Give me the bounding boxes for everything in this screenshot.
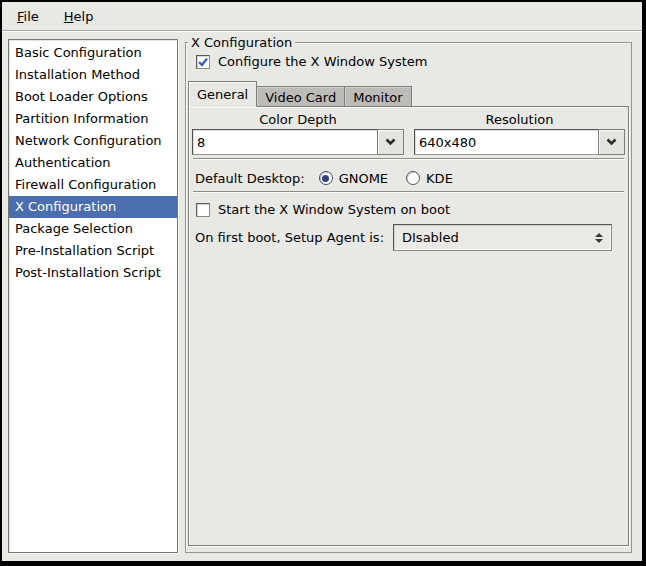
x-configuration-frame: X Configuration Configure the X Window S… (185, 42, 632, 553)
checkbox-unchecked-icon[interactable] (196, 203, 210, 217)
sidebar-item-basic-configuration[interactable]: Basic Configuration (9, 42, 177, 64)
sidebar-item-boot-loader-options[interactable]: Boot Loader Options (9, 86, 177, 108)
x-config-notebook: General Video Card Monitor Color Depth 8 (188, 80, 629, 546)
radio-button-icon[interactable] (406, 171, 420, 185)
check-icon (197, 56, 209, 68)
horizontal-separator (193, 158, 624, 160)
sidebar-item-partition-information[interactable]: Partition Information (9, 108, 177, 130)
chevron-down-icon (606, 138, 617, 146)
setup-agent-row: On first boot, Setup Agent is: DIsabled (195, 224, 626, 251)
setup-agent-label: On first boot, Setup Agent is: (195, 230, 384, 245)
tab-monitor[interactable]: Monitor (344, 86, 411, 106)
resolution-value[interactable]: 640x480 (414, 129, 599, 155)
checkbox-checked-icon[interactable] (196, 55, 210, 69)
setup-agent-value: DIsabled (402, 230, 595, 245)
radio-kde-label: KDE (426, 171, 453, 186)
dropdown-arrows-icon (595, 233, 603, 243)
sidebar-item-package-selection[interactable]: Package Selection (9, 218, 177, 240)
sidebar-item-pre-installation-script[interactable]: Pre-Installation Script (9, 240, 177, 262)
section-list: Basic Configuration Installation Method … (8, 39, 178, 553)
color-depth-group: Color Depth 8 (192, 111, 404, 155)
general-tab-panel: Color Depth 8 Resolution (188, 106, 629, 546)
depth-resolution-row: Color Depth 8 Resolution (191, 111, 626, 155)
resolution-combobox[interactable]: 640x480 (414, 129, 625, 155)
horizontal-separator (193, 191, 624, 193)
menu-file[interactable]: File (8, 6, 48, 27)
resolution-label: Resolution (414, 111, 625, 128)
resolution-group: Resolution 640x480 (414, 111, 625, 155)
radio-gnome-label: GNOME (339, 171, 388, 186)
radio-button-icon[interactable] (319, 171, 333, 185)
sidebar-item-firewall-configuration[interactable]: Firewall Configuration (9, 174, 177, 196)
menu-help[interactable]: Help (55, 6, 103, 27)
radio-dot (322, 175, 329, 182)
sidebar-item-network-configuration[interactable]: Network Configuration (9, 130, 177, 152)
tab-strip: General Video Card Monitor (188, 80, 629, 106)
kickstart-configurator-window: File Help Basic Configuration Installati… (0, 0, 646, 566)
color-depth-label: Color Depth (192, 111, 404, 128)
color-depth-value[interactable]: 8 (192, 129, 378, 155)
configure-x-label: Configure the X Window System (218, 54, 428, 69)
color-depth-dropdown-button[interactable] (377, 129, 404, 155)
resolution-dropdown-button[interactable] (598, 129, 625, 155)
chevron-down-icon (385, 138, 396, 146)
start-x-on-boot-label: Start the X Window System on boot (218, 202, 450, 217)
default-desktop-label: Default Desktop: (195, 171, 305, 186)
configure-x-checkbox[interactable]: Configure the X Window System (196, 54, 428, 69)
sidebar-item-post-installation-script[interactable]: Post-Installation Script (9, 262, 177, 284)
sidebar-item-installation-method[interactable]: Installation Method (9, 64, 177, 86)
radio-kde[interactable]: KDE (406, 171, 453, 186)
setup-agent-dropdown[interactable]: DIsabled (393, 224, 612, 251)
default-desktop-row: Default Desktop: GNOME KDE (195, 168, 626, 188)
sidebar-item-x-configuration[interactable]: X Configuration (9, 196, 177, 218)
frame-title: X Configuration (188, 34, 295, 51)
tab-general[interactable]: General (188, 81, 257, 107)
tab-video-card[interactable]: Video Card (256, 86, 345, 106)
start-x-on-boot-checkbox[interactable]: Start the X Window System on boot (196, 202, 626, 217)
radio-gnome[interactable]: GNOME (319, 171, 388, 186)
color-depth-combobox[interactable]: 8 (192, 129, 404, 155)
menubar: File Help (2, 2, 642, 31)
sidebar-item-authentication[interactable]: Authentication (9, 152, 177, 174)
